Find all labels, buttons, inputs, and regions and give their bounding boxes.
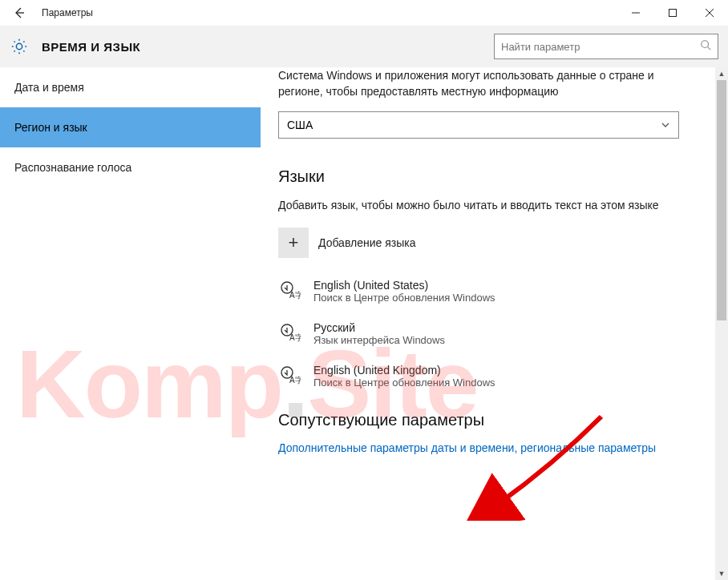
country-selected-value: США [287,119,313,131]
related-heading: Сопутствующие параметры [278,411,681,429]
minimize-icon [632,9,640,17]
scroll-thumb[interactable] [717,80,726,320]
chevron-down-icon [661,120,670,130]
svg-line-6 [708,47,711,50]
language-item[interactable]: A字 English (United States) Поиск в Центр… [278,279,681,304]
header-bar: ВРЕМЯ И ЯЗЫК [0,26,728,67]
window-title: Параметры [38,7,617,18]
breadcrumb: ВРЕМЯ И ЯЗЫК [42,40,494,54]
close-icon [706,9,714,17]
search-box[interactable] [494,34,718,59]
language-item[interactable]: A字 English (United Kingdom) Поиск в Цент… [278,364,681,389]
sidebar-item-speech[interactable]: Распознавание голоса [0,147,261,187]
vertical-scrollbar[interactable]: ▲ ▼ [715,67,728,580]
languages-heading: Языки [278,167,681,186]
body: Дата и время Регион и язык Распознавание… [0,67,728,580]
svg-text:A字: A字 [289,376,301,385]
sidebar-item-label: Распознавание голоса [14,161,131,174]
scroll-down-button[interactable]: ▼ [715,567,728,580]
languages-subtext: Добавить язык, чтобы можно было читать и… [278,197,679,213]
language-sub: Поиск в Центре обновления Windows [313,377,495,389]
svg-point-5 [702,41,709,48]
sidebar-item-label: Дата и время [14,81,84,94]
add-language-button[interactable]: + Добавление языка [278,228,681,258]
scroll-track[interactable] [715,80,728,567]
language-icon: A字 [278,364,302,388]
region-description: Система Windows и приложения могут испол… [278,67,681,100]
country-select[interactable]: США [278,111,679,139]
language-item[interactable]: A字 Русский Язык интерфейса Windows [278,321,681,346]
language-sub: Поиск в Центре обновления Windows [313,292,495,304]
sidebar-item-date-time[interactable]: Дата и время [0,67,261,107]
svg-text:A字: A字 [289,291,301,300]
add-language-label: Добавление языка [318,236,416,249]
search-icon [700,39,711,54]
content-area: Система Windows и приложения могут испол… [261,67,728,580]
content-scroll: Система Windows и приложения могут испол… [261,67,714,580]
sidebar-item-label: Регион и язык [14,121,87,134]
language-sub: Язык интерфейса Windows [313,334,445,346]
language-name: Русский [313,321,445,334]
search-input[interactable] [501,41,700,53]
language-name: English (United States) [313,279,495,292]
svg-text:A字: A字 [289,333,301,342]
arrow-left-icon [13,6,26,19]
settings-gear-icon[interactable] [8,35,30,58]
window-controls [617,0,728,26]
plus-icon: + [278,228,309,258]
gear-icon [10,38,28,55]
language-icon: A字 [278,321,302,345]
maximize-icon [669,9,677,17]
additional-date-settings-link[interactable]: Дополнительные параметры даты и времени,… [278,441,679,457]
titlebar: Параметры [0,0,728,26]
sidebar-item-region-language[interactable]: Регион и язык [0,107,261,147]
back-button[interactable] [0,0,38,26]
language-name: English (United Kingdom) [313,364,495,377]
close-button[interactable] [691,0,728,26]
maximize-button[interactable] [654,0,691,26]
minimize-button[interactable] [617,0,654,26]
sidebar: Дата и время Регион и язык Распознавание… [0,67,261,580]
language-icon: A字 [278,279,302,303]
svg-rect-2 [669,9,677,16]
scroll-up-button[interactable]: ▲ [715,67,728,80]
